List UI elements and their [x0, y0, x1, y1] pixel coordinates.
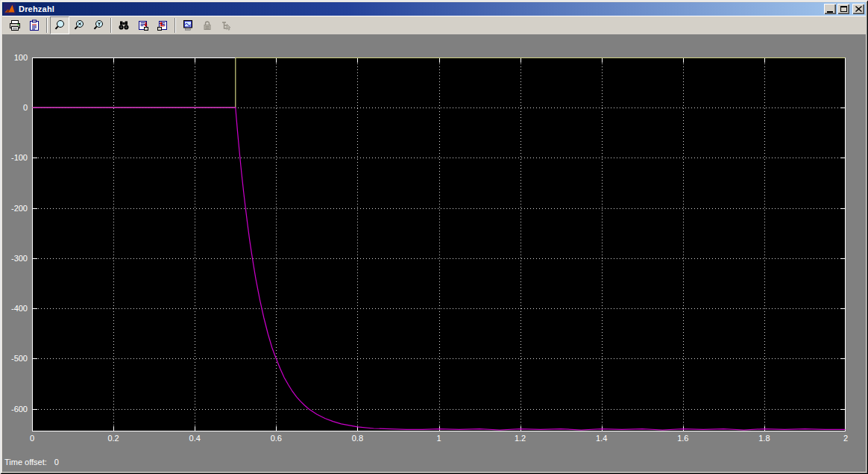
restore-axes-settings-button[interactable]: [153, 16, 172, 34]
parameters-icon: [28, 19, 40, 31]
toolbar-separator: [174, 18, 176, 33]
toolbar-separator: [110, 18, 112, 33]
close-button[interactable]: [852, 4, 864, 14]
time-offset: Time offset: 0: [4, 458, 59, 467]
x-tick-label: 1: [421, 434, 458, 443]
maximize-icon: [840, 6, 847, 12]
matlab-scope-icon: [4, 3, 16, 15]
zoom-x-axis-button[interactable]: [69, 16, 89, 34]
minimize-button[interactable]: [824, 4, 836, 14]
minimize-icon: [827, 11, 833, 13]
y-tick-label: -300: [2, 254, 28, 263]
x-tick-label: 0.6: [257, 434, 295, 443]
y-tick-label: 0: [2, 103, 28, 113]
title-bar[interactable]: Drehzahl: [2, 2, 866, 16]
close-icon: [855, 6, 862, 12]
zoom-icon: [54, 19, 66, 31]
plot-area[interactable]: [32, 57, 846, 431]
x-tick-label: 0.8: [339, 434, 376, 443]
toolbar-separator: [46, 18, 48, 33]
signal-selection-icon: [221, 19, 233, 31]
autoscale-button[interactable]: [114, 16, 133, 34]
figure-area: 1000-100-200-300-400-500-600 00.20.40.60…: [2, 35, 866, 472]
caption-buttons: [824, 4, 864, 14]
x-tick-label: 0.2: [95, 434, 132, 443]
lock-axes-button: [198, 16, 217, 34]
y-tick-label: 100: [2, 53, 28, 63]
print-icon: [9, 19, 21, 31]
parameters-button[interactable]: [25, 16, 44, 34]
y-tick-label: -200: [2, 204, 28, 213]
zoom-y-axis-button[interactable]: [89, 16, 108, 34]
save-axes-settings-button[interactable]: [133, 16, 153, 34]
scope-window: Drehzahl: [0, 0, 868, 474]
x-tick-label: 2: [827, 434, 864, 443]
x-tick-label: 0: [13, 434, 51, 443]
print-button[interactable]: [5, 16, 25, 34]
time-offset-value: 0: [54, 458, 59, 467]
y-tick-label: -400: [2, 304, 28, 314]
y-tick-label: -500: [2, 354, 28, 364]
zoom-x-axis-icon: [73, 19, 85, 31]
x-tick-label: 1.4: [583, 434, 620, 443]
toolbar: [2, 16, 866, 35]
floating-scope-icon: [182, 19, 194, 31]
x-tick-label: 1.6: [664, 434, 702, 443]
save-axes-settings-icon: [137, 19, 149, 31]
zoom-button[interactable]: [50, 16, 69, 34]
x-tick-label: 1.8: [746, 434, 783, 443]
maximize-button[interactable]: [837, 4, 849, 14]
zoom-y-axis-icon: [92, 19, 104, 31]
restore-axes-settings-icon: [157, 19, 169, 31]
y-tick-label: -600: [2, 405, 28, 414]
floating-scope-button[interactable]: [178, 16, 198, 34]
time-offset-label: Time offset:: [4, 458, 47, 467]
autoscale-binoculars-icon: [118, 19, 130, 31]
y-tick-label: -100: [2, 153, 28, 163]
x-tick-label: 0.4: [176, 434, 213, 443]
window-title: Drehzahl: [19, 2, 824, 16]
x-tick-label: 1.2: [502, 434, 539, 443]
lock-icon: [201, 19, 213, 31]
signal-selection-button: [217, 16, 236, 34]
